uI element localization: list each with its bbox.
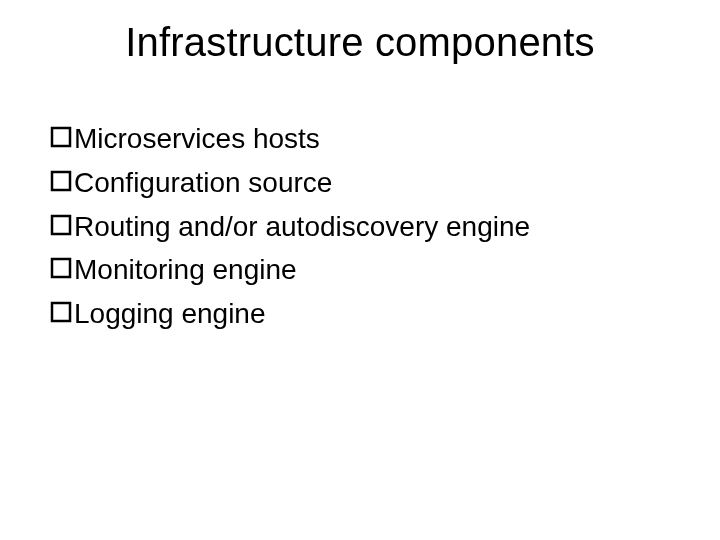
list-item: Microservices hosts bbox=[50, 120, 670, 158]
checkbox-bullet-icon bbox=[50, 301, 72, 323]
list-item-label: Configuration source bbox=[74, 164, 670, 202]
list-item-label: Routing and/or autodiscovery engine bbox=[74, 208, 670, 246]
svg-rect-3 bbox=[52, 259, 70, 277]
checkbox-bullet-icon bbox=[50, 257, 72, 279]
list-item-label: Monitoring engine bbox=[74, 251, 670, 289]
checkbox-bullet-icon bbox=[50, 170, 72, 192]
bullet-list: Microservices hosts Configuration source… bbox=[50, 120, 670, 339]
checkbox-bullet-icon bbox=[50, 214, 72, 236]
list-item: Routing and/or autodiscovery engine bbox=[50, 208, 670, 246]
svg-rect-1 bbox=[52, 172, 70, 190]
slide: Infrastructure components Microservices … bbox=[0, 0, 720, 540]
svg-rect-4 bbox=[52, 303, 70, 321]
list-item: Configuration source bbox=[50, 164, 670, 202]
slide-title: Infrastructure components bbox=[0, 20, 720, 65]
checkbox-bullet-icon bbox=[50, 126, 72, 148]
list-item-label: Microservices hosts bbox=[74, 120, 670, 158]
list-item: Monitoring engine bbox=[50, 251, 670, 289]
svg-rect-2 bbox=[52, 216, 70, 234]
svg-rect-0 bbox=[52, 128, 70, 146]
list-item: Logging engine bbox=[50, 295, 670, 333]
list-item-label: Logging engine bbox=[74, 295, 670, 333]
